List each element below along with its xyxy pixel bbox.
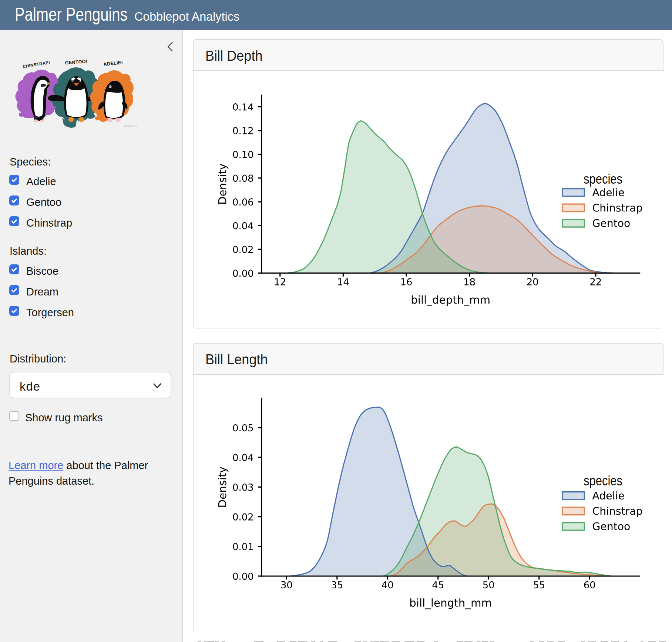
svg-text:ADÉLIE!: ADÉLIE! <box>103 60 123 67</box>
svg-text:GENTOO!: GENTOO! <box>65 59 88 66</box>
svg-text:@allison_horst: @allison_horst <box>124 125 137 127</box>
svg-text:CHINSTRAP!: CHINSTRAP! <box>22 60 50 69</box>
